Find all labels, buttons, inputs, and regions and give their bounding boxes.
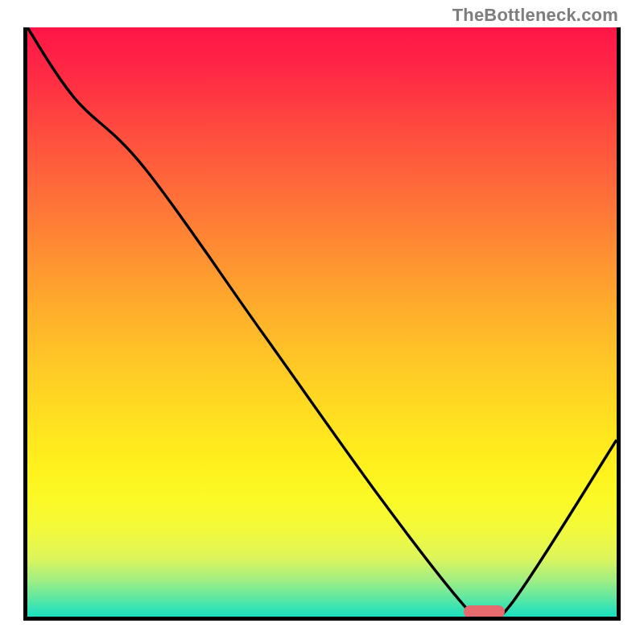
plot-area [27,27,617,617]
bottleneck-curve [27,27,617,617]
curve-svg [27,27,617,617]
optimum-marker [464,605,505,617]
axis-bottom [27,617,617,621]
axis-right [617,27,621,621]
chart-canvas: TheBottleneck.com [0,0,644,644]
axis-left [23,27,27,621]
watermark-text: TheBottleneck.com [452,5,618,26]
